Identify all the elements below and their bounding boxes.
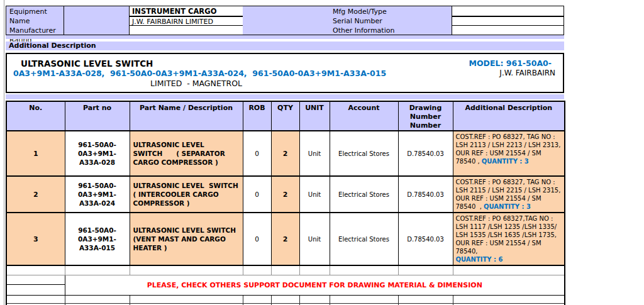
serial-number-label: Serial Number bbox=[333, 16, 452, 26]
cell-account: Electrical Stores bbox=[330, 176, 398, 213]
equipment-info-right-values bbox=[452, 6, 564, 35]
table-row: 2 961-50A0- 0A3+9M1- A33A-024 ULTRASONIC… bbox=[6, 176, 565, 213]
equipment-info-spacer-cell bbox=[64, 6, 130, 35]
cell-part-name: ULTRASONIC LEVEL SWITCH ( INTERCOOLER CA… bbox=[130, 176, 243, 213]
lavender-strip bbox=[6, 35, 564, 39]
empty-row bbox=[6, 295, 565, 303]
mfg-model-type-value bbox=[452, 6, 564, 17]
description-box: ULTRASONIC LEVEL SWITCH 0A3+9M1-A33A-028… bbox=[6, 53, 564, 93]
cell-qty: 2 bbox=[271, 213, 299, 265]
cell-unit: Unit bbox=[299, 131, 330, 176]
cell-rob: 0 bbox=[243, 213, 271, 265]
cell-account: Electrical Stores bbox=[330, 131, 398, 176]
cell-part-no: 961-50A0- 0A3+9M1- A33A-024 bbox=[65, 176, 130, 213]
cell-unit: Unit bbox=[299, 213, 330, 265]
cell-no: 2 bbox=[6, 176, 65, 213]
cell-qty: 2 bbox=[271, 131, 299, 176]
quantity-highlight: QUANTITY : 6 bbox=[456, 256, 503, 263]
quantity-highlight: QUANTITY : 3 bbox=[482, 158, 529, 165]
support-document-notice: PLEASE, CHECK OTHERS SUPPORT DOCUMENT FO… bbox=[65, 275, 565, 295]
cell-additional-description: COST.REF : PO 68327, TAG NO : LSH 2115 /… bbox=[453, 176, 565, 213]
empty-cell bbox=[330, 295, 398, 303]
notice-row: PLEASE, CHECK OTHERS SUPPORT DOCUMENT FO… bbox=[6, 275, 565, 284]
cell-part-name: ULTRASONIC LEVEL SWITCH ( SEPARATOR CARG… bbox=[130, 131, 243, 176]
empty-cell bbox=[271, 265, 299, 275]
table-header-row: No. Part no Part Name / Description ROB … bbox=[6, 101, 565, 131]
empty-cell bbox=[243, 295, 271, 303]
empty-cell bbox=[6, 265, 65, 275]
cell-rob: 0 bbox=[243, 131, 271, 176]
cell-part-no: 961-50A0- 0A3+9M1- A33A-015 bbox=[65, 213, 130, 265]
empty-cell bbox=[243, 265, 271, 275]
equipment-info-right-labels: Mfg Model/Type Serial Number Other Infor… bbox=[243, 6, 452, 35]
empty-cell bbox=[453, 265, 565, 275]
additional-text: COST.REF : PO 68327,TAG NO : LSH 1117 /L… bbox=[456, 215, 559, 255]
equipment-info-values: INSTRUMENT CARGO J.W. FAIRBAIRN LIMITED bbox=[130, 6, 243, 35]
description-model: MODEL: 961-50A0- bbox=[469, 58, 552, 68]
description-maker-center: LIMITED - MAGNETROL bbox=[7, 79, 386, 88]
empty-cell bbox=[65, 295, 130, 303]
empty-cell bbox=[65, 265, 130, 275]
equipment-info-block: Equipment Name Manufacturer Rating INSTR… bbox=[6, 6, 564, 35]
spreadsheet-document: Equipment Name Manufacturer Rating INSTR… bbox=[0, 0, 644, 305]
cell-rob: 0 bbox=[243, 176, 271, 213]
other-information-value bbox=[452, 26, 564, 35]
table-row: 3 961-50A0- 0A3+9M1- A33A-015 ULTRASONIC… bbox=[6, 213, 565, 265]
header-unit: UNIT bbox=[299, 101, 330, 131]
header-part-no: Part no bbox=[65, 101, 130, 131]
cell-no: 3 bbox=[6, 213, 65, 265]
description-maker-right: J.W. FAIRBAIRN bbox=[499, 69, 555, 77]
header-qty: QTY bbox=[271, 101, 299, 131]
empty-cell bbox=[398, 265, 453, 275]
other-information-label: Other Information bbox=[333, 26, 452, 35]
empty-cell bbox=[398, 295, 453, 303]
lavender-strip bbox=[6, 94, 564, 99]
equipment-name-value: INSTRUMENT CARGO bbox=[130, 6, 243, 17]
header-part-name: Part Name / Description bbox=[130, 101, 243, 131]
cell-additional-description: COST.REF : PO 68327,TAG NO : LSH 1117 /L… bbox=[453, 213, 565, 265]
empty-cell bbox=[6, 275, 65, 284]
cell-no: 1 bbox=[6, 131, 65, 176]
empty-row bbox=[6, 265, 565, 275]
table-row: 1 961-50A0- 0A3+9M1- A33A-028 ULTRASONIC… bbox=[6, 131, 565, 176]
empty-cell bbox=[130, 265, 243, 275]
equipment-info-labels: Equipment Name Manufacturer Rating bbox=[6, 6, 64, 35]
parts-table: No. Part no Part Name / Description ROB … bbox=[6, 101, 565, 305]
equipment-name-label: Equipment Name bbox=[9, 7, 64, 26]
cell-drawing-number: D.78540.03 bbox=[398, 176, 453, 213]
header-no: No. bbox=[6, 101, 65, 131]
additional-description-band: Additional Description bbox=[6, 42, 564, 50]
manufacturer-value: J.W. FAIRBAIRN LIMITED bbox=[130, 17, 243, 26]
mfg-model-type-label: Mfg Model/Type bbox=[333, 7, 452, 16]
header-rob: ROB bbox=[243, 101, 271, 131]
empty-cell bbox=[130, 295, 243, 303]
cell-part-no: 961-50A0- 0A3+9M1- A33A-028 bbox=[65, 131, 130, 176]
header-additional-description: Additional Description bbox=[453, 101, 565, 131]
empty-cell bbox=[6, 295, 65, 303]
cell-unit: Unit bbox=[299, 176, 330, 213]
cell-additional-description: COST.REF : PO 68327, TAG NO : LSH 2113 /… bbox=[453, 131, 565, 176]
cell-qty: 2 bbox=[271, 176, 299, 213]
cell-drawing-number: D.78540.03 bbox=[398, 213, 453, 265]
empty-cell bbox=[6, 284, 65, 295]
serial-number-value bbox=[452, 17, 564, 26]
header-drawing-number: Drawing Number Number bbox=[398, 101, 453, 131]
empty-cell bbox=[271, 295, 299, 303]
empty-cell bbox=[299, 295, 330, 303]
description-title: ULTRASONIC LEVEL SWITCH bbox=[21, 58, 153, 69]
description-part-numbers: 0A3+9M1-A33A-028, 961-50A0-0A3+9M1-A33A-… bbox=[13, 69, 386, 78]
manufacturer-label: Manufacturer bbox=[9, 26, 64, 35]
rating-value bbox=[130, 26, 243, 35]
header-account: Account bbox=[330, 101, 398, 131]
cell-drawing-number: D.78540.03 bbox=[398, 131, 453, 176]
cell-account: Electrical Stores bbox=[330, 213, 398, 265]
empty-cell bbox=[330, 265, 398, 275]
cell-part-name: ULTRASONIC LEVEL SWITCH (VENT MAST AND C… bbox=[130, 213, 243, 265]
quantity-highlight: QUANTITY : 3 bbox=[484, 203, 531, 210]
empty-cell bbox=[299, 265, 330, 275]
empty-cell bbox=[453, 295, 565, 303]
sheet-gridline bbox=[4, 0, 4, 305]
